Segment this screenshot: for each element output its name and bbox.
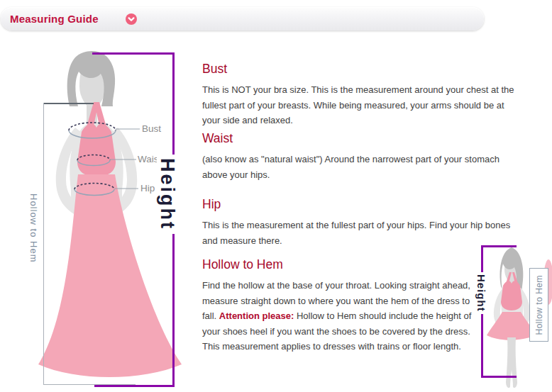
chevron-down-icon[interactable] [126, 13, 137, 25]
height-bracket-bottom [94, 385, 175, 387]
height-bracket-top [92, 52, 175, 55]
diagram-label-hollow-to-hem: Hollow to Hem [26, 194, 40, 263]
section-heading: Waist [202, 130, 523, 146]
section-body: Find the hollow at the base of your thro… [202, 278, 485, 354]
section-heading: Hip [202, 196, 523, 212]
section-heading: Bust [202, 61, 523, 77]
main-measurement-diagram: Bust Waist Hip Height Hollow to Hem [28, 48, 184, 390]
small-diagram-hollow-to-hem-box: Hollow to Hem [529, 268, 548, 342]
hollow-to-hem-vertical-line [43, 103, 44, 385]
attention-please-label: Attention please: [219, 310, 294, 321]
small-height-bracket-top [481, 245, 517, 247]
diagram-label-height: Height [157, 155, 178, 234]
small-height-bracket-bottom [481, 376, 517, 378]
section-hollow-to-hem: Hollow to Hem Find the hollow at the bas… [202, 257, 485, 354]
small-diagram-label-height: Height [475, 272, 487, 314]
section-heading: Hollow to Hem [202, 257, 485, 272]
section-waist: Waist (also know as "natural waist") Aro… [202, 130, 523, 182]
measuring-guide-page: Measuring Guide [0, 0, 552, 392]
section-body: (also know as "natural waist") Around th… [202, 152, 523, 182]
diagram-label-bust: Bust [142, 123, 161, 134]
section-body: This is NOT your bra size. This is the m… [202, 82, 523, 128]
small-measurement-diagram: Hollow to Hem Height [470, 241, 552, 392]
section-bust: Bust This is NOT your bra size. This is … [202, 61, 523, 128]
small-diagram-label-hollow-to-hem: Hollow to Hem [534, 275, 544, 335]
diagram-label-hip: Hip [140, 183, 155, 194]
measuring-guide-header[interactable]: Measuring Guide [1, 7, 484, 30]
page-title: Measuring Guide [10, 13, 99, 25]
hollow-to-hem-pointer-line [43, 103, 94, 104]
